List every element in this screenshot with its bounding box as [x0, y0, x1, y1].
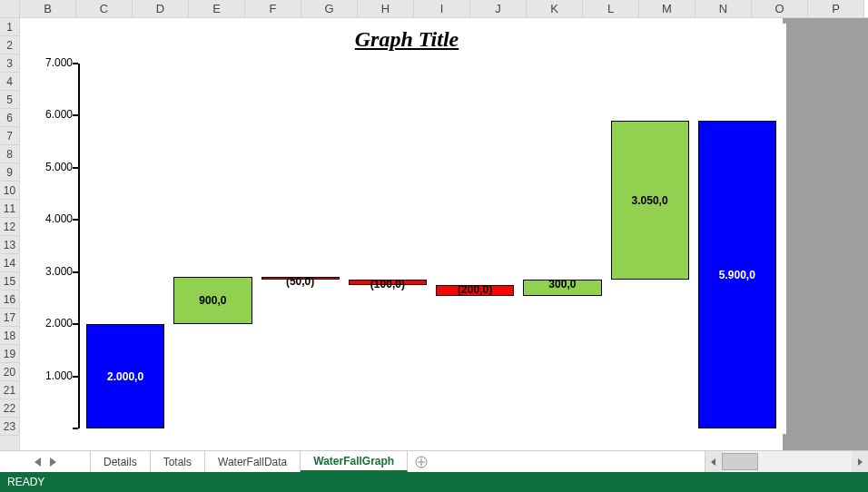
chart-object[interactable]: Graph Title 1.0002.0003.0004.0005.0006.0… — [27, 24, 786, 434]
y-tick-label: 3.000 — [27, 265, 73, 278]
waterfall-bar[interactable]: (100,0) — [349, 280, 427, 285]
row-header[interactable]: 15 — [0, 272, 19, 290]
row-header[interactable]: 11 — [0, 200, 19, 218]
tab-totals[interactable]: Totals — [151, 451, 205, 472]
y-tick-label: 6.000 — [27, 108, 73, 121]
y-tick — [73, 323, 78, 325]
row-header[interactable]: 1 — [0, 18, 19, 36]
bar-data-label: 300,0 — [524, 278, 600, 290]
bar-data-label: (200,0) — [437, 283, 513, 296]
col-header[interactable]: P — [808, 0, 864, 17]
row-header[interactable]: 18 — [0, 327, 19, 345]
y-tick — [73, 376, 78, 378]
scroll-right-icon[interactable] — [852, 451, 868, 472]
row-header[interactable]: 5 — [0, 91, 19, 109]
col-header[interactable]: M — [639, 0, 695, 17]
col-header[interactable]: G — [301, 0, 358, 17]
row-header[interactable]: 3 — [0, 54, 19, 73]
y-tick — [73, 271, 78, 273]
svg-marker-5 — [711, 458, 715, 466]
row-header[interactable]: 8 — [0, 145, 19, 163]
plus-icon — [415, 456, 428, 468]
row-header-col: 1 2 3 4 5 6 7 8 9 10 11 12 13 14 15 16 1… — [0, 18, 20, 450]
tab-waterfalldata[interactable]: WaterFallData — [205, 451, 301, 472]
col-header[interactable]: E — [189, 0, 245, 17]
worksheet[interactable]: Graph Title 1.0002.0003.0004.0005.0006.0… — [20, 18, 868, 450]
row-header[interactable]: 23 — [0, 418, 19, 436]
status-bar: READY — [0, 472, 868, 492]
y-tick-label: 5.000 — [27, 161, 73, 173]
col-header[interactable]: K — [527, 0, 583, 17]
row-header[interactable]: 7 — [0, 127, 19, 145]
scroll-thumb[interactable] — [722, 453, 758, 470]
bar-data-label: (50,0) — [262, 275, 339, 288]
y-tick-label: 1.000 — [27, 369, 73, 382]
row-header[interactable]: 16 — [0, 290, 19, 309]
tab-waterfallgraph[interactable]: WaterFallGraph — [301, 451, 408, 472]
add-sheet-button[interactable] — [408, 451, 435, 472]
waterfall-bar[interactable]: (50,0) — [261, 277, 340, 280]
chart-title: Graph Title — [27, 27, 786, 52]
excel-window: B C D E F G H I J K L M N O P 1 2 3 4 5 … — [0, 0, 868, 492]
col-header[interactable]: J — [470, 0, 527, 17]
tab-nav-next-icon[interactable] — [48, 458, 57, 467]
horizontal-scrollbar[interactable] — [705, 451, 868, 472]
bar-data-label: 5.900,0 — [699, 269, 775, 281]
svg-marker-1 — [50, 458, 56, 467]
row-header[interactable]: 22 — [0, 399, 19, 418]
row-header[interactable]: 6 — [0, 109, 19, 127]
col-header[interactable]: B — [20, 0, 76, 17]
unused-area — [783, 18, 868, 450]
row-header[interactable]: 10 — [0, 182, 19, 200]
y-tick-label: 7.000 — [27, 56, 73, 69]
svg-marker-0 — [35, 458, 41, 467]
col-header[interactable]: L — [583, 0, 639, 17]
waterfall-bar[interactable]: 3.050,0 — [611, 121, 689, 280]
bar-data-label: 3.050,0 — [612, 194, 688, 207]
row-header[interactable]: 14 — [0, 254, 19, 272]
waterfall-bar[interactable]: 900,0 — [173, 277, 252, 324]
y-tick — [73, 114, 78, 116]
row-header[interactable]: 13 — [0, 236, 19, 254]
bar-data-label: (100,0) — [350, 278, 426, 290]
waterfall-bar[interactable]: 300,0 — [523, 280, 601, 295]
tab-nav — [0, 451, 91, 472]
row-header[interactable]: 2 — [0, 36, 19, 54]
grid-area: 1 2 3 4 5 6 7 8 9 10 11 12 13 14 15 16 1… — [0, 18, 868, 450]
bar-data-label: 900,0 — [174, 294, 251, 307]
col-header[interactable]: O — [752, 0, 808, 17]
y-tick — [73, 219, 78, 221]
bar-data-label: 2.000,0 — [87, 370, 163, 383]
tab-nav-prev-icon[interactable] — [34, 458, 43, 467]
row-header[interactable]: 9 — [0, 163, 19, 182]
row-header[interactable]: 21 — [0, 381, 19, 399]
waterfall-bar[interactable]: 5.900,0 — [698, 121, 776, 428]
scroll-left-icon[interactable] — [705, 451, 722, 472]
status-ready: READY — [7, 476, 44, 488]
waterfall-bar[interactable]: (200,0) — [436, 285, 514, 295]
row-header[interactable]: 19 — [0, 345, 19, 363]
row-header[interactable]: 4 — [0, 73, 19, 91]
y-tick-label: 2.000 — [27, 317, 73, 330]
waterfall-bar[interactable]: 2.000,0 — [86, 324, 164, 428]
y-tick — [73, 167, 78, 169]
row-header[interactable]: 20 — [0, 363, 19, 381]
sheet-tabstrip: Details Totals WaterFallData WaterFallGr… — [0, 450, 868, 472]
col-header[interactable]: N — [695, 0, 752, 17]
col-header[interactable]: D — [133, 0, 189, 17]
y-tick-label: 4.000 — [27, 212, 73, 225]
y-axis — [78, 64, 80, 428]
col-header[interactable]: C — [76, 0, 133, 17]
col-header[interactable]: H — [358, 0, 414, 17]
row-header[interactable]: 17 — [0, 309, 19, 327]
column-header-row: B C D E F G H I J K L M N O P — [0, 0, 868, 18]
select-all-corner[interactable] — [0, 0, 20, 17]
svg-marker-6 — [858, 458, 863, 466]
tab-details[interactable]: Details — [91, 451, 151, 472]
col-header[interactable]: I — [414, 0, 470, 17]
scroll-track[interactable] — [722, 451, 852, 472]
y-tick — [73, 63, 78, 64]
row-header[interactable]: 12 — [0, 218, 19, 236]
col-header[interactable]: F — [245, 0, 301, 17]
chart-plot-area: 1.0002.0003.0004.0005.0006.0007.0002.000… — [78, 64, 777, 428]
